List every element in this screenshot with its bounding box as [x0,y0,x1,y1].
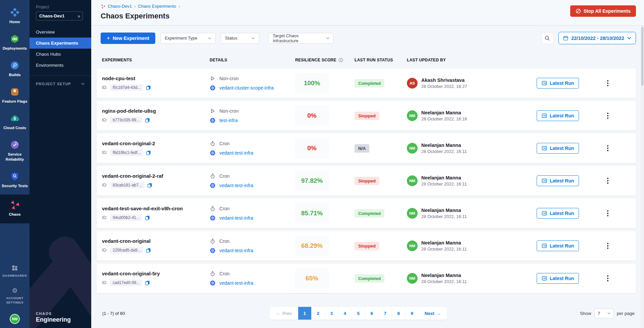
page-number-button[interactable]: 2 [311,307,325,320]
experiment-type-filter[interactable]: Experiment Type [160,33,216,44]
page-number-button[interactable]: 6 [365,307,378,320]
sidebar-nav-item[interactable]: Environments [30,60,91,71]
copy-icon[interactable] [145,118,150,123]
breadcrumb-link-page[interactable]: Chaos Experiments [138,4,180,9]
stop-all-experiments-button[interactable]: Stop All Experiments [570,5,636,17]
row-menu-kebab-icon[interactable] [603,241,612,251]
search-button[interactable] [541,32,553,44]
sidebar-nav-item[interactable]: Chaos Hubs [30,49,91,60]
rail-item-deployments[interactable]: Deployments [0,31,30,54]
row-menu-kebab-icon[interactable] [603,273,612,283]
project-selector[interactable]: Chaos-Dev1 » [36,11,83,20]
id-value: 225fcad5-da9... [110,247,143,254]
page-number-button[interactable]: 3 [325,307,338,320]
experiment-id: ID: f6d19bc1-fedf... [102,149,210,156]
updated-timestamp: 28 October 2022, 16:11 [421,181,467,186]
experiment-name[interactable]: vedant-cron-original-5ry [102,271,210,276]
rail-item-feature-flags[interactable]: Feature Flags [0,84,30,107]
latest-run-button[interactable]: Latest Run [537,273,579,284]
latest-run-button[interactable]: Latest Run [537,208,579,219]
prev-page-button[interactable]: ← Prev [270,307,298,320]
experiment-id: ID: 94cd00b2-41... [102,214,210,221]
rail-item-label: Deployments [1,46,29,51]
status-filter[interactable]: Status [221,33,259,44]
infrastructure-link[interactable]: vedant-cluster-scope-infra [219,85,274,91]
date-range-picker[interactable]: 22/10/2022 - 28/10/2022 [558,32,636,44]
user-name: Akash Shrivastava [421,77,467,83]
page-number-button[interactable]: 9 [405,307,419,320]
rail-item-builds[interactable]: Builds [0,57,30,81]
experiment-name-cell: vedant-cron-original-2-raf ID: 83cab181-… [102,173,210,188]
latest-run-button[interactable]: Latest Run [537,143,579,154]
schedule-type-label: Cron [219,173,229,179]
experiment-name[interactable]: vedant-test-save-nd-exit-v8h-cron [102,206,210,211]
experiment-name[interactable]: vedant-cron-original-2-raf [102,173,210,179]
infrastructure-link[interactable]: vedant-test-infra [219,215,253,221]
copy-icon[interactable] [147,183,152,188]
info-icon[interactable] [338,58,343,62]
page-number-button[interactable]: 1 [298,307,311,320]
project-setup-label: PROJECT SETUP [36,82,71,86]
page-number-button[interactable]: 4 [338,307,352,320]
vertical-scrollbar[interactable] [641,26,644,328]
infrastructure-link[interactable]: vedant-test-infra [219,280,253,286]
id-label: ID: [102,215,107,220]
breadcrumb-link-project[interactable]: Chaos-Dev1 [108,4,136,9]
resilience-score-cell: 85.71% [295,203,355,223]
experiment-name[interactable]: vedant-cron-original [102,238,210,244]
pagination-bar: (1 - 7) of 60 ← Prev 1 2 3 4 [91,307,644,320]
resilience-score-cell: 65% [295,268,355,288]
page-number-button[interactable]: 8 [392,307,405,320]
user-avatar[interactable]: NM [10,314,20,324]
sidebar-nav-item[interactable]: Chaos Experiments [30,38,91,49]
scrollbar-thumb[interactable] [641,27,643,86]
infrastructure-link[interactable]: test-infra [219,118,237,123]
copy-icon[interactable] [146,248,151,253]
row-menu-kebab-icon[interactable] [603,176,612,186]
infrastructure-link[interactable]: vedant-test-infra [219,183,253,188]
row-menu-kebab-icon[interactable] [603,143,612,153]
collapse-icon[interactable]: » [77,13,80,19]
copy-icon[interactable] [146,85,151,90]
copy-icon[interactable] [145,215,150,220]
last-updated-by-cell: NM Neelanjan Manna 28 October 2022, 16:1… [407,110,537,121]
last-run-status-cell: Completed [355,209,407,218]
latest-run-button[interactable]: Latest Run [537,78,579,89]
rail-item-cloud-costs[interactable]: $ Cloud Costs [0,110,30,134]
latest-run-icon [542,146,547,151]
next-page-button[interactable]: Next → [419,307,447,320]
rail-item-security-tests[interactable]: Security Tests [0,168,30,192]
row-menu-kebab-icon[interactable] [603,111,612,121]
date-range-label: 22/10/2022 - 28/10/2022 [571,36,624,41]
rail-item-chaos[interactable]: Chaos [0,195,30,224]
project-setup-toggle[interactable]: PROJECT SETUP [30,76,91,86]
user-name: Neelanjan Manna [421,175,467,180]
experiment-name[interactable]: node-cpu-test [102,75,210,81]
avatar: NM [407,143,418,154]
rail-item-dashboards[interactable]: DASHBOARDS [0,261,30,281]
page-number-button[interactable]: 5 [352,307,365,320]
chaos-breadcrumb-icon [101,4,105,9]
sidebar-nav-item[interactable]: Overview [30,26,91,38]
row-menu-kebab-icon[interactable] [603,78,612,88]
target-infrastructure-filter[interactable]: Target Chaos Infrastructure [268,33,334,44]
page-size-select[interactable]: 7 [594,309,614,318]
infrastructure-link[interactable]: vedant-test-infra [219,248,253,253]
rail-item-account-settings[interactable]: ⚙ ACCOUNT SETTINGS [0,283,30,308]
cron-stopwatch-icon [210,238,216,244]
page-number-button[interactable]: 7 [378,307,392,320]
chevron-down-icon [208,37,211,39]
rail-item-service-reliability[interactable]: Service Reliability [0,136,30,165]
copy-icon[interactable] [146,150,151,155]
rail-item-home[interactable]: Home [0,4,30,28]
latest-run-button[interactable]: Latest Run [537,110,579,121]
new-experiment-button[interactable]: + New Experiment [101,33,155,44]
infrastructure-link[interactable]: vedant-test-infra [219,150,253,156]
experiment-name[interactable]: vedant-cron-original-2 [102,141,210,146]
latest-run-button[interactable]: Latest Run [537,240,579,251]
copy-icon[interactable] [145,280,150,285]
latest-run-button[interactable]: Latest Run [537,175,579,186]
experiment-name[interactable]: nginx-pod-delete-u8sg [102,108,210,114]
chevron-down-icon [326,37,329,39]
row-menu-kebab-icon[interactable] [603,208,612,218]
